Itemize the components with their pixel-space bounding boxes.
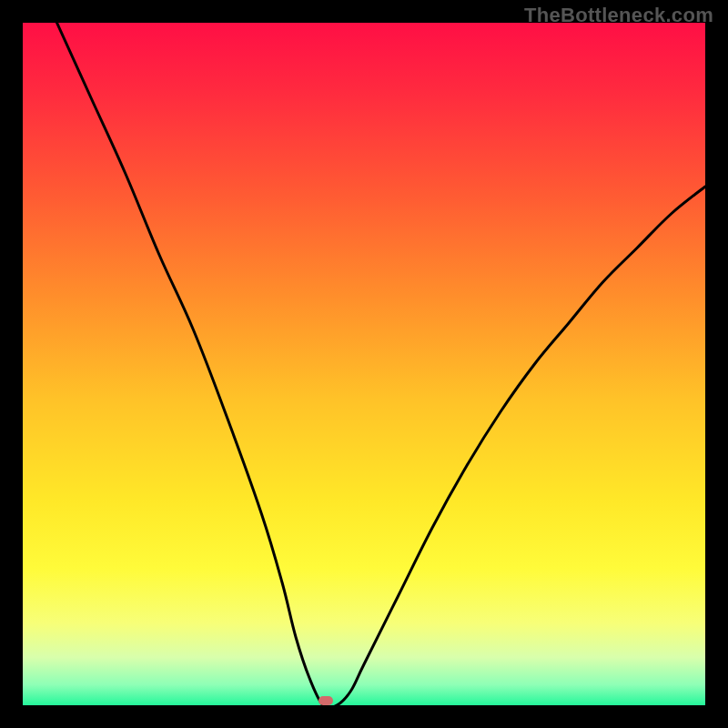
optimal-marker — [318, 696, 333, 705]
chart-frame: TheBottleneck.com — [0, 0, 728, 728]
plot-area — [23, 23, 705, 705]
bottleneck-curve — [23, 23, 705, 705]
